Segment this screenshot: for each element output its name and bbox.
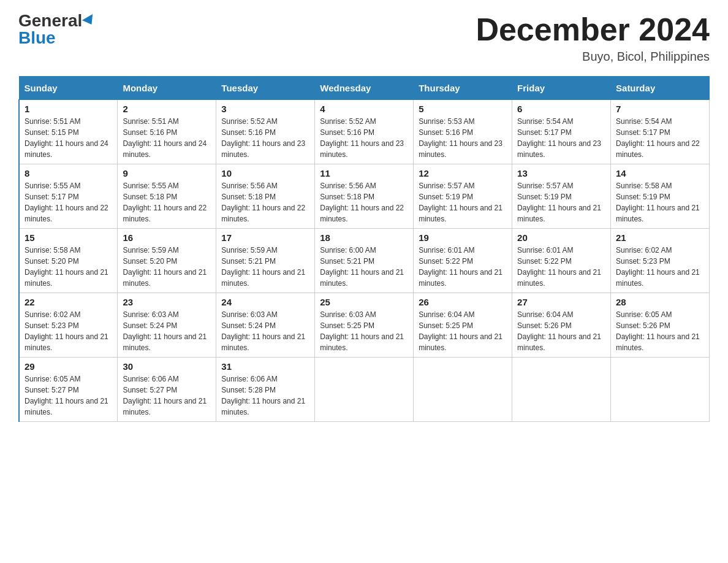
calendar-cell: 27 Sunrise: 6:04 AM Sunset: 5:26 PM Dayl…: [512, 293, 611, 358]
logo-general-text: General: [18, 12, 82, 29]
day-info: Sunrise: 6:03 AM Sunset: 5:24 PM Dayligh…: [221, 309, 309, 353]
calendar-cell: [512, 358, 611, 422]
day-number: 7: [616, 104, 704, 114]
logo-triangle-icon: [82, 14, 97, 28]
day-info: Sunrise: 5:59 AM Sunset: 5:20 PM Dayligh…: [123, 245, 211, 289]
day-number: 3: [221, 104, 309, 114]
day-number: 1: [25, 104, 112, 114]
day-info: Sunrise: 6:04 AM Sunset: 5:26 PM Dayligh…: [517, 309, 605, 353]
month-title: December 2024: [476, 12, 710, 47]
day-number: 5: [419, 104, 507, 114]
calendar-cell: 6 Sunrise: 5:54 AM Sunset: 5:17 PM Dayli…: [512, 100, 611, 164]
calendar-cell: 7 Sunrise: 5:54 AM Sunset: 5:17 PM Dayli…: [611, 100, 710, 164]
day-info: Sunrise: 6:02 AM Sunset: 5:23 PM Dayligh…: [25, 309, 112, 353]
day-number: 18: [320, 232, 408, 243]
calendar-cell: 15 Sunrise: 5:58 AM Sunset: 5:20 PM Dayl…: [19, 229, 118, 293]
day-info: Sunrise: 6:04 AM Sunset: 5:25 PM Dayligh…: [419, 309, 507, 353]
day-number: 19: [419, 232, 507, 243]
calendar-cell: 18 Sunrise: 6:00 AM Sunset: 5:21 PM Dayl…: [315, 229, 414, 293]
calendar-cell: [611, 358, 710, 422]
location-text: Buyo, Bicol, Philippines: [476, 50, 710, 64]
day-number: 13: [517, 168, 605, 178]
calendar-week-row: 1 Sunrise: 5:51 AM Sunset: 5:15 PM Dayli…: [19, 100, 710, 164]
calendar-cell: 1 Sunrise: 5:51 AM Sunset: 5:15 PM Dayli…: [19, 100, 118, 164]
day-header-tuesday: Tuesday: [216, 77, 315, 100]
title-section: December 2024 Buyo, Bicol, Philippines: [476, 12, 710, 64]
day-info: Sunrise: 5:51 AM Sunset: 5:15 PM Dayligh…: [25, 116, 112, 160]
day-number: 2: [123, 104, 211, 114]
day-info: Sunrise: 5:56 AM Sunset: 5:18 PM Dayligh…: [320, 180, 408, 224]
calendar-cell: 5 Sunrise: 5:53 AM Sunset: 5:16 PM Dayli…: [414, 100, 512, 164]
calendar-cell: [315, 358, 414, 422]
calendar-cell: 3 Sunrise: 5:52 AM Sunset: 5:16 PM Dayli…: [216, 100, 315, 164]
calendar-table: SundayMondayTuesdayWednesdayThursdayFrid…: [18, 76, 710, 422]
calendar-cell: 16 Sunrise: 5:59 AM Sunset: 5:20 PM Dayl…: [118, 229, 216, 293]
day-info: Sunrise: 6:05 AM Sunset: 5:27 PM Dayligh…: [25, 373, 112, 418]
day-number: 6: [517, 104, 605, 114]
day-info: Sunrise: 6:03 AM Sunset: 5:25 PM Dayligh…: [320, 309, 408, 353]
day-info: Sunrise: 5:53 AM Sunset: 5:16 PM Dayligh…: [419, 116, 507, 160]
calendar-cell: 8 Sunrise: 5:55 AM Sunset: 5:17 PM Dayli…: [19, 164, 118, 229]
day-header-saturday: Saturday: [611, 77, 710, 100]
page-header: General Blue December 2024 Buyo, Bicol, …: [18, 12, 710, 64]
day-number: 22: [25, 297, 112, 307]
day-info: Sunrise: 5:57 AM Sunset: 5:19 PM Dayligh…: [517, 180, 605, 224]
logo: General Blue: [18, 12, 96, 47]
calendar-cell: 21 Sunrise: 6:02 AM Sunset: 5:23 PM Dayl…: [611, 229, 710, 293]
day-info: Sunrise: 6:03 AM Sunset: 5:24 PM Dayligh…: [123, 309, 211, 353]
day-info: Sunrise: 5:52 AM Sunset: 5:16 PM Dayligh…: [320, 116, 408, 160]
day-number: 10: [221, 168, 309, 178]
calendar-week-row: 29 Sunrise: 6:05 AM Sunset: 5:27 PM Dayl…: [19, 358, 710, 422]
day-info: Sunrise: 5:55 AM Sunset: 5:17 PM Dayligh…: [25, 180, 112, 224]
calendar-cell: 26 Sunrise: 6:04 AM Sunset: 5:25 PM Dayl…: [414, 293, 512, 358]
day-info: Sunrise: 5:55 AM Sunset: 5:18 PM Dayligh…: [123, 180, 211, 224]
calendar-cell: 31 Sunrise: 6:06 AM Sunset: 5:28 PM Dayl…: [216, 358, 315, 422]
day-number: 16: [123, 232, 211, 243]
day-info: Sunrise: 5:54 AM Sunset: 5:17 PM Dayligh…: [517, 116, 605, 160]
day-number: 26: [419, 297, 507, 307]
day-number: 27: [517, 297, 605, 307]
calendar-cell: 28 Sunrise: 6:05 AM Sunset: 5:26 PM Dayl…: [611, 293, 710, 358]
calendar-cell: 14 Sunrise: 5:58 AM Sunset: 5:19 PM Dayl…: [611, 164, 710, 229]
day-number: 30: [123, 361, 211, 372]
day-info: Sunrise: 6:06 AM Sunset: 5:28 PM Dayligh…: [221, 373, 309, 418]
day-number: 31: [221, 361, 309, 372]
calendar-cell: 2 Sunrise: 5:51 AM Sunset: 5:16 PM Dayli…: [118, 100, 216, 164]
calendar-cell: 23 Sunrise: 6:03 AM Sunset: 5:24 PM Dayl…: [118, 293, 216, 358]
day-info: Sunrise: 5:51 AM Sunset: 5:16 PM Dayligh…: [123, 116, 211, 160]
day-info: Sunrise: 5:56 AM Sunset: 5:18 PM Dayligh…: [221, 180, 309, 224]
calendar-week-row: 8 Sunrise: 5:55 AM Sunset: 5:17 PM Dayli…: [19, 164, 710, 229]
calendar-cell: 25 Sunrise: 6:03 AM Sunset: 5:25 PM Dayl…: [315, 293, 414, 358]
calendar-cell: 12 Sunrise: 5:57 AM Sunset: 5:19 PM Dayl…: [414, 164, 512, 229]
calendar-cell: 17 Sunrise: 5:59 AM Sunset: 5:21 PM Dayl…: [216, 229, 315, 293]
logo-blue-text: Blue: [18, 29, 56, 47]
day-number: 24: [221, 297, 309, 307]
calendar-week-row: 15 Sunrise: 5:58 AM Sunset: 5:20 PM Dayl…: [19, 229, 710, 293]
day-number: 12: [419, 168, 507, 178]
day-info: Sunrise: 6:01 AM Sunset: 5:22 PM Dayligh…: [419, 245, 507, 289]
day-number: 14: [616, 168, 704, 178]
day-header-sunday: Sunday: [19, 77, 118, 100]
day-info: Sunrise: 5:57 AM Sunset: 5:19 PM Dayligh…: [419, 180, 507, 224]
day-header-friday: Friday: [512, 77, 611, 100]
day-info: Sunrise: 5:59 AM Sunset: 5:21 PM Dayligh…: [221, 245, 309, 289]
day-number: 23: [123, 297, 211, 307]
calendar-cell: 30 Sunrise: 6:06 AM Sunset: 5:27 PM Dayl…: [118, 358, 216, 422]
day-number: 21: [616, 232, 704, 243]
day-info: Sunrise: 5:54 AM Sunset: 5:17 PM Dayligh…: [616, 116, 704, 160]
calendar-week-row: 22 Sunrise: 6:02 AM Sunset: 5:23 PM Dayl…: [19, 293, 710, 358]
calendar-cell: 9 Sunrise: 5:55 AM Sunset: 5:18 PM Dayli…: [118, 164, 216, 229]
calendar-cell: 20 Sunrise: 6:01 AM Sunset: 5:22 PM Dayl…: [512, 229, 611, 293]
calendar-cell: 11 Sunrise: 5:56 AM Sunset: 5:18 PM Dayl…: [315, 164, 414, 229]
day-info: Sunrise: 6:06 AM Sunset: 5:27 PM Dayligh…: [123, 373, 211, 418]
day-number: 25: [320, 297, 408, 307]
calendar-cell: [414, 358, 512, 422]
day-number: 17: [221, 232, 309, 243]
day-info: Sunrise: 6:02 AM Sunset: 5:23 PM Dayligh…: [616, 245, 704, 289]
day-number: 15: [25, 232, 112, 243]
day-number: 9: [123, 168, 211, 178]
day-number: 8: [25, 168, 112, 178]
day-info: Sunrise: 6:05 AM Sunset: 5:26 PM Dayligh…: [616, 309, 704, 353]
day-number: 28: [616, 297, 704, 307]
calendar-cell: 22 Sunrise: 6:02 AM Sunset: 5:23 PM Dayl…: [19, 293, 118, 358]
